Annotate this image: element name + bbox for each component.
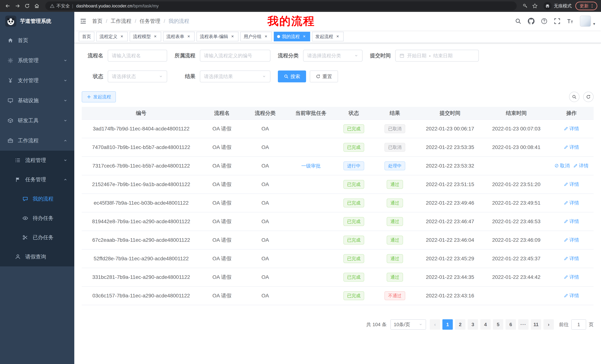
- eye-icon: [22, 215, 28, 221]
- sidebar-item-process-management[interactable]: 流程管理: [0, 151, 74, 170]
- tags-bar: 首页流程定义×流程模型×流程表单×流程表单-编辑×用户分组×我的流程×发起流程×: [74, 30, 601, 43]
- prev-page-button[interactable]: ‹: [430, 319, 440, 330]
- close-icon[interactable]: ×: [230, 34, 235, 39]
- page-5-button[interactable]: 5: [493, 319, 503, 330]
- fullscreen-icon[interactable]: [554, 18, 561, 25]
- page-4-button[interactable]: 4: [480, 319, 491, 330]
- calendar-icon: [399, 53, 404, 58]
- sidebar-item-leave-query[interactable]: 请假查询: [0, 247, 74, 266]
- close-icon[interactable]: ×: [186, 34, 191, 39]
- sidebar-item-done-tasks[interactable]: 已办任务: [0, 228, 74, 247]
- process-definition-input[interactable]: [200, 50, 270, 62]
- cancel-link[interactable]: 取消: [554, 163, 570, 169]
- cell-task: [287, 212, 335, 231]
- close-icon[interactable]: ×: [119, 34, 124, 39]
- chevron-down-icon: [354, 53, 359, 58]
- detail-link[interactable]: 详情: [564, 125, 579, 132]
- logo[interactable]: 芋道管理系统: [0, 12, 74, 30]
- process-category-select[interactable]: 请选择流程分类: [303, 50, 362, 62]
- detail-link[interactable]: 详情: [564, 218, 579, 225]
- detail-link[interactable]: 详情: [564, 144, 579, 151]
- sidebar-item-infrastructure[interactable]: 基础设施: [0, 91, 74, 111]
- detail-link[interactable]: 详情: [564, 181, 579, 188]
- breadcrumb-item[interactable]: 任务管理: [140, 18, 160, 25]
- tab-user-group[interactable]: 用户分组×: [240, 32, 272, 41]
- home-icon[interactable]: [32, 1, 42, 11]
- detail-link[interactable]: 详情: [564, 200, 579, 206]
- next-page-button[interactable]: ›: [543, 319, 554, 330]
- detail-link[interactable]: 详情: [564, 237, 579, 243]
- page-size-select[interactable]: 10条/页: [391, 319, 426, 330]
- page-2-button[interactable]: 2: [455, 319, 465, 330]
- close-icon[interactable]: ×: [335, 34, 340, 39]
- goto-page-input[interactable]: [571, 319, 586, 330]
- task-link[interactable]: 一级审批: [301, 163, 321, 169]
- close-icon[interactable]: ×: [302, 34, 307, 39]
- incognito-chip[interactable]: 无痕模式: [543, 2, 572, 10]
- more-pages-button[interactable]: ···: [518, 319, 529, 330]
- cell-category: OA: [243, 231, 287, 249]
- tab-my-process[interactable]: 我的流程×: [274, 32, 310, 41]
- sidebar-item-task-management[interactable]: 任务管理: [0, 170, 74, 189]
- page-3-button[interactable]: 3: [468, 319, 478, 330]
- hamburger-icon[interactable]: [80, 18, 87, 25]
- breadcrumb-item[interactable]: 工作流程: [111, 18, 131, 25]
- forward-icon[interactable]: [13, 1, 22, 11]
- tab-initiate-process[interactable]: 发起流程×: [312, 32, 344, 41]
- sidebar-item-home[interactable]: 首页: [0, 30, 74, 50]
- address-bar[interactable]: 不安全 | dashboard.yudao.iocoder.cn /bpm/ta…: [45, 1, 517, 10]
- reload-icon[interactable]: [22, 1, 32, 11]
- status-select[interactable]: 请选择状态: [108, 70, 167, 82]
- user-menu[interactable]: ▼: [580, 16, 596, 27]
- sidebar-item-payment-management[interactable]: 支付管理: [0, 70, 74, 91]
- bookmark-star-icon[interactable]: [530, 1, 540, 11]
- submit-time-daterange[interactable]: 开始日期-结束日期: [395, 50, 479, 62]
- sidebar-item-workflow[interactable]: 工作流程: [0, 131, 74, 151]
- update-button[interactable]: 更新: [575, 2, 597, 10]
- tab-process-form[interactable]: 流程表单×: [163, 32, 195, 41]
- page-1-button[interactable]: 1: [442, 319, 453, 330]
- result-tag: 通过: [387, 236, 403, 245]
- tab-process-definition[interactable]: 流程定义×: [96, 32, 128, 41]
- result-select[interactable]: 请选择流结果: [200, 70, 270, 82]
- page-6-button[interactable]: 6: [506, 319, 516, 330]
- chevron-up-icon: [63, 138, 68, 143]
- sidebar-item-system-management[interactable]: 系统管理: [0, 50, 74, 70]
- tab-process-model[interactable]: 流程模型×: [130, 32, 161, 41]
- search-button[interactable]: 搜索: [278, 70, 306, 82]
- sidebar-item-my-process[interactable]: 我的流程: [0, 189, 74, 209]
- detail-link[interactable]: 详情: [573, 163, 589, 169]
- edit-icon: [573, 163, 578, 168]
- scissors-icon: [22, 234, 28, 240]
- caret-down-icon: ▼: [592, 22, 596, 27]
- help-icon[interactable]: [541, 18, 548, 25]
- close-icon[interactable]: ×: [153, 34, 158, 39]
- page-11-button[interactable]: 11: [531, 319, 541, 330]
- tab-home[interactable]: 首页: [79, 32, 94, 41]
- back-icon[interactable]: [3, 1, 13, 11]
- sidebar-item-todo-tasks[interactable]: 待办任务: [0, 209, 74, 228]
- create-process-button[interactable]: 发起流程: [82, 91, 116, 102]
- refresh-table-button[interactable]: [583, 92, 594, 102]
- detail-link[interactable]: 详情: [564, 292, 579, 299]
- process-name-input[interactable]: [108, 50, 167, 62]
- security-label[interactable]: 不安全: [56, 3, 70, 9]
- tab-process-form-edit[interactable]: 流程表单-编辑×: [197, 32, 239, 41]
- toggle-search-button[interactable]: [569, 92, 580, 102]
- font-size-icon[interactable]: [567, 18, 573, 25]
- github-icon[interactable]: [528, 18, 534, 25]
- table-row: ec45f38f-7b9a-11ec-b03b-acde48001122OA 请…: [82, 194, 594, 212]
- reset-button[interactable]: 重置: [310, 70, 338, 82]
- close-icon[interactable]: ×: [263, 34, 269, 39]
- chevron-up-icon: [63, 177, 68, 182]
- detail-link[interactable]: 详情: [564, 274, 579, 280]
- breadcrumb-item[interactable]: 首页: [92, 18, 102, 25]
- header-id: 编号: [82, 107, 200, 119]
- cell-submit-time: 2022-01-23 00:06:17: [417, 119, 483, 138]
- key-icon[interactable]: [521, 1, 530, 11]
- search-icon[interactable]: [515, 18, 521, 25]
- sidebar-item-dev-tools[interactable]: 研发工具: [0, 111, 74, 131]
- avatar: [580, 16, 591, 27]
- process-definition-label: 所属流程: [175, 52, 200, 59]
- detail-link[interactable]: 详情: [564, 255, 579, 262]
